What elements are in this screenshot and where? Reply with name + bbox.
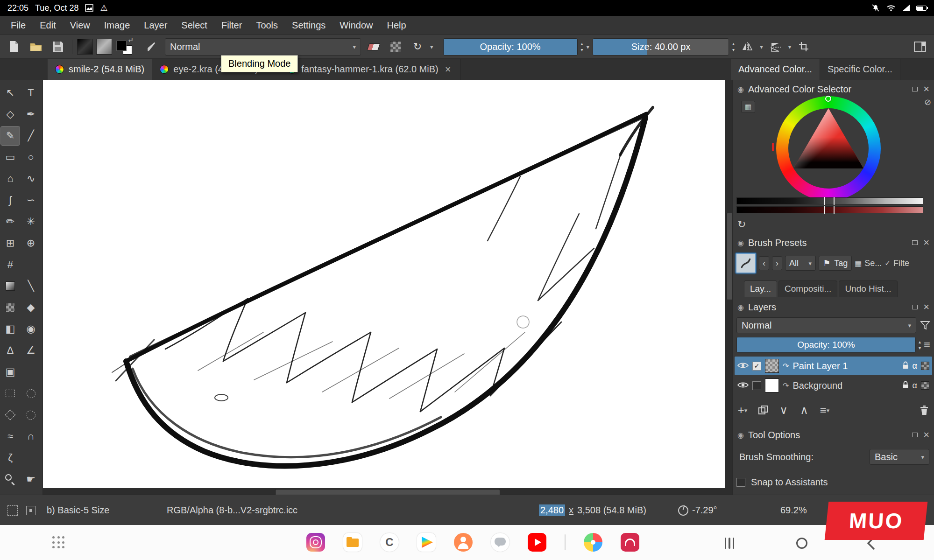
float-docker-icon[interactable] [912,87,918,91]
edit-shapes-tool[interactable]: ◇ [1,105,20,124]
chevron-down-icon[interactable]: ▾ [587,43,590,50]
layer-lock-icon[interactable] [902,361,909,371]
magnetic-select-tool[interactable]: ∩ [21,427,40,446]
menu-layer[interactable]: Layer [137,18,174,33]
layer-properties-button[interactable]: ≡▾ [818,402,832,418]
workspace-chooser-button[interactable] [911,37,929,56]
smart-patch-tool[interactable]: ◆ [21,298,40,317]
multibrush-tool[interactable]: ✳ [21,212,40,231]
rect-select-tool[interactable] [1,384,20,403]
opacity-spin-buttons[interactable]: ▴▾ [581,42,583,52]
layer-alpha-icon[interactable]: α [913,361,917,371]
layer-thumbnail[interactable] [765,359,779,373]
zoom-level[interactable]: 69.2% [780,495,807,525]
gradient-chooser[interactable] [77,39,93,55]
move-tool[interactable]: ⊕ [21,234,40,252]
color-sampler-tool[interactable]: ╲ [21,277,40,295]
image-dimensions[interactable]: 2,480x3,508 (54.8 MiB) [539,495,646,525]
float-docker-icon[interactable] [912,305,918,309]
menu-filter[interactable]: Filter [214,18,249,33]
mirror-horizontal-button[interactable] [738,37,757,56]
app-icon-c[interactable]: C [380,533,399,552]
layer-filter-icon[interactable] [920,321,930,330]
move-layer-down-button[interactable]: ∨ [777,402,791,418]
fill-tool[interactable]: ◧ [1,320,20,338]
layer-visibility-icon[interactable] [737,361,749,371]
polygon-select-tool[interactable] [1,406,20,424]
layer-alpha-icon[interactable]: α [913,381,917,391]
select-shapes-tool[interactable]: ↖ [1,84,20,102]
recents-button[interactable] [722,535,737,551]
float-docker-icon[interactable] [912,433,918,437]
close-docker-icon[interactable]: × [923,430,929,440]
app-icon-contacts[interactable] [454,533,473,552]
display-mode-icon[interactable]: ▦ [855,259,862,268]
pan-tool[interactable]: ☛ [21,470,40,489]
new-document-button[interactable] [5,37,23,56]
dynamic-brush-tool[interactable]: ✏ [1,212,20,231]
tag-button[interactable]: ⚑ Tag [819,256,852,271]
current-brush-preset[interactable] [736,253,756,273]
freehand-brush-tool[interactable]: ✎ [1,126,20,145]
app-icon-folder[interactable] [343,533,362,552]
save-button[interactable] [49,37,67,56]
close-docker-icon[interactable]: × [923,302,929,312]
preserve-alpha-button[interactable] [386,37,405,56]
layer-checkbox[interactable]: ✓ [752,362,761,371]
crop-tool[interactable]: # [1,255,20,274]
search-presets-field[interactable]: Se... [864,259,882,268]
app-drawer-icon[interactable] [52,536,65,549]
app-icon-instagram[interactable] [306,533,325,552]
layer-inherit-alpha-icon[interactable] [921,362,929,370]
docker-top-tab[interactable]: Specific Color... [820,59,900,80]
pattern-tool[interactable] [1,298,20,317]
docker-menu-icon[interactable]: ◉ [737,431,744,440]
size-spin-buttons[interactable]: ▴▾ [732,42,735,52]
color-wheel[interactable] [776,96,881,201]
polygon-tool[interactable]: ⌂ [1,169,20,188]
menu-select[interactable]: Select [174,18,214,33]
chevron-down-icon[interactable]: ▾ [430,43,433,50]
docker-menu-icon[interactable]: ◉ [737,238,744,247]
document-tab[interactable]: fantasy-hammer-1.kra (62.0 MiB)× [280,59,460,80]
duplicate-layer-button[interactable] [756,402,770,418]
close-docker-icon[interactable]: × [923,238,929,248]
text-tool[interactable]: T [21,84,40,102]
selection-mode-icon[interactable] [7,495,18,525]
edit-brush-settings-button[interactable] [143,37,162,56]
menu-tools[interactable]: Tools [249,18,285,33]
canvas-rotation[interactable]: -7.29° [678,495,717,525]
move-layer-up-button[interactable]: ∧ [797,402,811,418]
layer-opacity-spin[interactable]: ▴▾ [919,340,921,350]
enclose-fill-tool[interactable]: ◉ [21,320,40,338]
wrap-around-mode-button[interactable] [794,37,813,56]
gradient-tool[interactable] [1,277,20,295]
foreground-color-swatch[interactable] [116,41,127,51]
chevron-down-icon[interactable]: ▾ [760,43,763,50]
canvas-horizontal-scrollbar[interactable] [43,488,725,495]
app-icon-penup[interactable] [621,533,639,552]
docker-tab[interactable]: Compositi... [778,280,837,297]
close-docker-icon[interactable]: × [923,84,929,94]
app-icon-messages[interactable] [491,533,509,552]
reference-images-tool[interactable]: ▣ [1,363,20,381]
color-selector-settings-button[interactable]: ▦ [741,101,755,113]
delete-layer-button[interactable] [917,402,931,418]
chevron-down-icon[interactable]: ▾ [788,43,792,50]
measure-tool[interactable]: ∠ [21,341,40,360]
layer-visibility-icon[interactable] [737,380,749,391]
reload-preset-button[interactable]: ↻ [408,37,427,56]
canvas[interactable] [43,80,725,495]
menu-settings[interactable]: Settings [285,18,333,33]
layer-row[interactable]: ↷Backgroundα [735,376,932,395]
open-document-button[interactable] [27,37,45,56]
brush-smoothing-dropdown[interactable]: Basic▾ [870,449,929,465]
docker-top-tab[interactable]: Advanced Color... [731,59,820,80]
layer-list-menu-icon[interactable]: ≡ [924,338,930,351]
polyline-tool[interactable]: ∿ [21,169,40,188]
docker-menu-icon[interactable]: ◉ [737,85,744,94]
layer-row[interactable]: ✓↷Paint Layer 1α [735,357,932,375]
add-layer-button[interactable]: +▾ [736,402,750,418]
app-icon-gallery[interactable] [584,533,602,552]
transform-tool[interactable]: ⊞ [1,234,20,252]
